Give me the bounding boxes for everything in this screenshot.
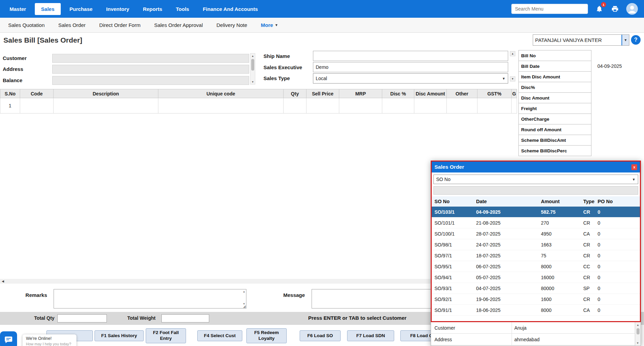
nav-purchase[interactable]: Purchase	[65, 3, 98, 15]
so-date: 04-07-2025	[473, 286, 538, 291]
ship-name-input[interactable]	[313, 51, 508, 61]
chat-status: We're Online!	[26, 336, 73, 341]
balance-input[interactable]	[52, 76, 249, 85]
printer-icon[interactable]	[611, 4, 619, 13]
scroll-up-icon[interactable]: ▲	[510, 51, 515, 56]
so-search-input[interactable]	[433, 186, 638, 195]
scroll-down-icon[interactable]: ▼	[251, 79, 255, 84]
chat-bubble[interactable]: We're Online! How may I help you today?	[23, 334, 76, 346]
so-col-amount: Amount	[538, 199, 581, 204]
so-type: SP	[581, 286, 595, 291]
f1-sales-history-button[interactable]: F1 Sales History	[95, 330, 144, 341]
nav-sales[interactable]: Sales	[35, 3, 60, 15]
subnav-direct-order-form[interactable]: Direct Order Form	[92, 19, 147, 31]
nav-tools[interactable]: Tools	[171, 3, 194, 15]
chat-icon[interactable]	[0, 331, 17, 346]
modal-customer-section: Customer Anuja Address ahmedabad ▲ ▼	[431, 322, 641, 346]
so-row[interactable]: SO/91/1 18-06-2025 8000 CA 0	[432, 305, 640, 316]
f4-select-cust-button[interactable]: F4 Select Cust	[197, 330, 242, 341]
so-row[interactable]: SO/97/1 18-07-2025 75 CR 0	[432, 250, 640, 261]
so-row-selected[interactable]: SO/103/1 04-09-2025 582.75 CR 0	[432, 207, 640, 217]
sales-type-select[interactable]: Local ▼	[313, 73, 508, 84]
f6-load-so-button[interactable]: F6 Load SO	[300, 330, 341, 341]
search-input[interactable]	[511, 4, 588, 14]
col-mrp: MRP	[339, 89, 382, 98]
scroll-down-icon[interactable]: ▼	[635, 341, 640, 345]
so-row[interactable]: SO/94/1 05-07-2025 16000 CR 0	[432, 272, 640, 283]
scroll-up-icon[interactable]: ▲	[636, 322, 640, 327]
close-icon[interactable]: x	[631, 164, 637, 170]
modal-customer-value: Anuja	[512, 322, 641, 333]
modal-titlebar[interactable]: Sales Order x	[432, 162, 640, 172]
so-filter-value: SO No	[436, 177, 450, 182]
customer-input[interactable]	[52, 54, 249, 63]
cell-description[interactable]	[54, 98, 158, 114]
scroll-up-icon[interactable]: ▲	[243, 290, 245, 293]
freight-label: Freight	[518, 103, 591, 114]
total-qty-input[interactable]	[57, 314, 107, 322]
cell-qty[interactable]	[284, 98, 306, 114]
so-row[interactable]: SO/98/1 24-07-2025 1663 CR 0	[432, 239, 640, 250]
cell-gst-percent[interactable]	[477, 98, 512, 114]
address-input[interactable]	[52, 65, 249, 74]
so-date: 21-08-2025	[473, 220, 538, 226]
so-row[interactable]: SO/92/1 19-06-2025 1600 CR 0	[432, 294, 640, 305]
cell-code[interactable]	[20, 98, 54, 114]
notification-bell-icon[interactable]: 1	[595, 4, 604, 13]
scroll-up-icon[interactable]: ▲	[251, 54, 255, 58]
so-amount: 8000	[538, 264, 581, 269]
col-other: Other	[447, 89, 477, 98]
sales-order-modal: Sales Order x SO No ▼ SO No Date Amount …	[431, 161, 641, 346]
nav-master[interactable]: Master	[5, 3, 31, 15]
scroll-left-icon[interactable]: ◀	[1, 279, 5, 283]
so-type: CR	[581, 253, 595, 258]
so-no: SO/103/1	[432, 209, 473, 215]
cell-g	[512, 98, 517, 114]
scroll-down-icon[interactable]: ▼	[510, 76, 515, 81]
so-filter-select[interactable]: SO No ▼	[433, 175, 638, 184]
scroll-thumb[interactable]	[636, 328, 640, 334]
scroll-thumb[interactable]	[251, 59, 254, 71]
so-row[interactable]: SO/93/1 04-07-2025 80000 SP 0	[432, 283, 640, 294]
nav-inventory[interactable]: Inventory	[101, 3, 134, 15]
cell-mrp[interactable]	[339, 98, 382, 114]
disc-amount-value	[591, 92, 640, 103]
user-avatar[interactable]	[626, 3, 638, 15]
so-row[interactable]: SO/100/1 28-07-2025 4950 CA 0	[432, 228, 640, 239]
so-pono: 0	[595, 209, 640, 215]
help-icon[interactable]: ?	[631, 35, 641, 45]
other-charge-value	[591, 114, 640, 124]
company-dropdown-icon[interactable]: ▼	[621, 35, 629, 45]
f2-foot-fall-entry-button[interactable]: F2 Foot Fall Entry	[146, 328, 186, 343]
subnav-sales-quotation[interactable]: Sales Quotation	[1, 19, 52, 31]
subnav-sales-order[interactable]: Sales Order	[52, 19, 92, 31]
col-description: Description	[54, 89, 158, 98]
sales-executive-input[interactable]	[313, 62, 508, 72]
nav-finance-accounts[interactable]: Finance And Accounts	[198, 3, 262, 15]
total-weight-input[interactable]	[161, 314, 209, 322]
subnav-delivery-note[interactable]: Delivery Note	[210, 19, 254, 31]
subnav-sales-order-approval[interactable]: Sales Order Approval	[147, 19, 210, 31]
nav-reports[interactable]: Reports	[138, 3, 167, 15]
col-g-truncated: G	[512, 89, 517, 98]
top-navbar: Master Sales Purchase Inventory Reports …	[0, 0, 644, 18]
so-row[interactable]: SO/95/1 06-07-2025 8000 CC 0	[432, 261, 640, 272]
remarks-textarea[interactable]	[54, 289, 246, 309]
modal-scrollbar[interactable]: ▲ ▼	[635, 322, 641, 346]
so-type: CA	[581, 307, 595, 313]
cell-other[interactable]	[447, 98, 477, 114]
so-pono: 0	[595, 264, 640, 269]
customer-scrollbar[interactable]: ▲ ▼	[250, 53, 255, 85]
resize-handle-icon[interactable]: ◢	[243, 304, 246, 308]
subnav-more[interactable]: More ▼	[254, 19, 285, 31]
scheme-billdiscamt-label: Scheme BillDiscAmt	[518, 135, 591, 146]
items-table-row[interactable]: 1	[0, 98, 517, 114]
company-select[interactable]: PATANJALI VANIJYA ENTER ▼	[533, 34, 629, 46]
cell-unique-code[interactable]	[158, 98, 284, 114]
f5-redeem-loyalty-button[interactable]: F5 Redeem Loyalty	[246, 328, 287, 343]
f7-load-sdn-button[interactable]: F7 Load SDN	[347, 330, 394, 341]
so-row[interactable]: SO/101/1 21-08-2025 270 CR 0	[432, 217, 640, 228]
cell-disc-amount[interactable]	[414, 98, 447, 114]
cell-disc-percent[interactable]	[382, 98, 414, 114]
cell-sell-price[interactable]	[306, 98, 339, 114]
